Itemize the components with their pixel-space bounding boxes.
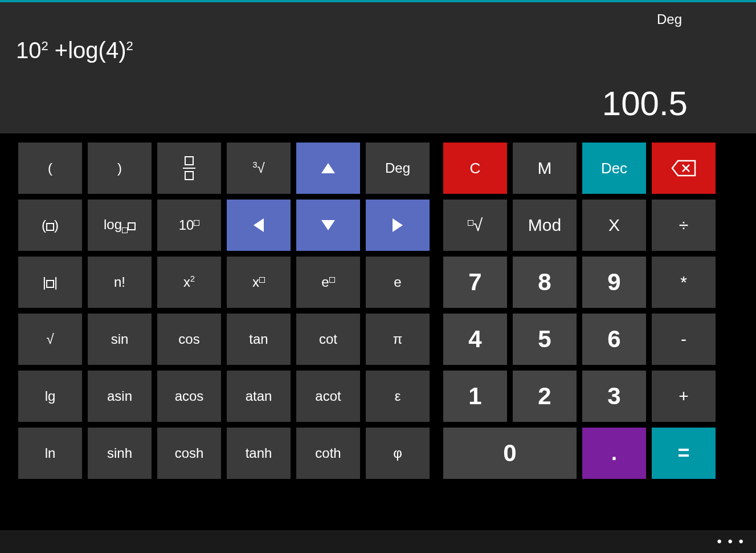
- cosh-button[interactable]: cosh: [157, 428, 221, 479]
- sin-button[interactable]: sin: [88, 314, 152, 365]
- mod-button[interactable]: Mod: [513, 200, 577, 251]
- ln-button[interactable]: ln: [18, 428, 82, 479]
- more-button[interactable]: • • •: [717, 534, 745, 550]
- open-paren-button[interactable]: (: [18, 143, 82, 194]
- asin-button[interactable]: asin: [88, 371, 152, 422]
- digit-1-button[interactable]: 1: [443, 371, 507, 422]
- close-paren-button[interactable]: ): [88, 143, 152, 194]
- digit-0-button[interactable]: 0: [443, 428, 577, 479]
- factorial-button[interactable]: n!: [88, 257, 152, 308]
- display-panel: Deg 102 +log(4)2 100.5: [0, 2, 756, 133]
- digit-3-button[interactable]: 3: [582, 371, 646, 422]
- x-squared-button[interactable]: x2: [157, 257, 221, 308]
- coth-button[interactable]: coth: [296, 428, 360, 479]
- x-power-button[interactable]: x: [227, 257, 291, 308]
- digit-8-button[interactable]: 8: [513, 257, 577, 308]
- arrow-left-button[interactable]: [227, 200, 291, 251]
- e-constant-button[interactable]: e: [366, 257, 430, 308]
- multiply-button[interactable]: *: [652, 257, 716, 308]
- expression-display: 102 +log(4)2: [16, 38, 133, 63]
- tan-button[interactable]: tan: [227, 314, 291, 365]
- log-base-button[interactable]: log: [88, 200, 152, 251]
- deg-button[interactable]: Deg: [366, 143, 430, 194]
- sinh-button[interactable]: sinh: [88, 428, 152, 479]
- cot-button[interactable]: cot: [296, 314, 360, 365]
- arrow-down-button[interactable]: [296, 200, 360, 251]
- digit-5-button[interactable]: 5: [513, 314, 577, 365]
- arrow-up-icon: [321, 163, 335, 173]
- numeric-keys: C M Dec √ Mod X ÷ 7 8 9 * 4 5 6 -: [443, 143, 716, 479]
- atan-button[interactable]: atan: [227, 371, 291, 422]
- app-bar: • • •: [0, 530, 756, 553]
- nth-root-button[interactable]: √: [443, 200, 507, 251]
- backspace-button[interactable]: [652, 143, 716, 194]
- more-icon: • • •: [717, 534, 745, 549]
- backspace-icon: [671, 160, 696, 177]
- keypad: ( ) 3√ Deg () log 10 || n! x2 x e e: [0, 133, 756, 479]
- decimal-point-button[interactable]: .: [582, 428, 646, 479]
- paren-placeholder-button[interactable]: (): [18, 200, 82, 251]
- clear-button[interactable]: C: [443, 143, 507, 194]
- arrow-left-icon: [254, 218, 264, 232]
- digit-7-button[interactable]: 7: [443, 257, 507, 308]
- pi-button[interactable]: π: [366, 314, 430, 365]
- equals-button[interactable]: =: [652, 428, 716, 479]
- e-power-button[interactable]: e: [296, 257, 360, 308]
- function-keys: ( ) 3√ Deg () log 10 || n! x2 x e e: [18, 143, 430, 479]
- angle-mode-label: Deg: [657, 11, 682, 27]
- minus-button[interactable]: -: [652, 314, 716, 365]
- acos-button[interactable]: acos: [157, 371, 221, 422]
- sqrt-button[interactable]: √: [18, 314, 82, 365]
- acot-button[interactable]: acot: [296, 371, 360, 422]
- phi-button[interactable]: φ: [366, 428, 430, 479]
- abs-button[interactable]: ||: [18, 257, 82, 308]
- arrow-right-icon: [393, 218, 403, 232]
- arrow-up-button[interactable]: [296, 143, 360, 194]
- epsilon-button[interactable]: ε: [366, 371, 430, 422]
- divide-button[interactable]: ÷: [652, 200, 716, 251]
- plus-button[interactable]: +: [652, 371, 716, 422]
- digit-9-button[interactable]: 9: [582, 257, 646, 308]
- result-display: 100.5: [602, 84, 688, 123]
- dec-mode-button[interactable]: Dec: [582, 143, 646, 194]
- fraction-button[interactable]: [157, 143, 221, 194]
- fraction-icon: [183, 156, 195, 180]
- ten-power-button[interactable]: 10: [157, 200, 221, 251]
- digit-4-button[interactable]: 4: [443, 314, 507, 365]
- cube-root-button[interactable]: 3√: [227, 143, 291, 194]
- digit-6-button[interactable]: 6: [582, 314, 646, 365]
- arrow-down-icon: [321, 220, 335, 230]
- calculator-app: Deg 102 +log(4)2 100.5 ( ) 3√ Deg () log…: [0, 0, 756, 553]
- x-var-button[interactable]: X: [582, 200, 646, 251]
- tanh-button[interactable]: tanh: [227, 428, 291, 479]
- arrow-right-button[interactable]: [366, 200, 430, 251]
- digit-2-button[interactable]: 2: [513, 371, 577, 422]
- lg-button[interactable]: lg: [18, 371, 82, 422]
- cos-button[interactable]: cos: [157, 314, 221, 365]
- memory-button[interactable]: M: [513, 143, 577, 194]
